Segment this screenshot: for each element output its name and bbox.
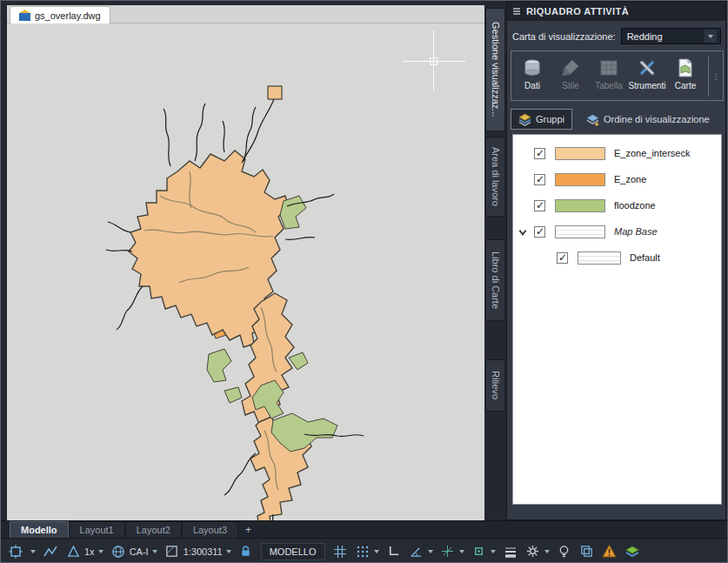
drawing-scale-control[interactable]: 1:300311 — [164, 544, 231, 560]
chevron-down-icon — [374, 550, 379, 553]
database-icon — [522, 57, 543, 78]
lineweight-icon[interactable] — [503, 544, 518, 560]
layout-tab-layout3[interactable]: Layout3 — [182, 521, 238, 538]
chevron-down-icon[interactable] — [30, 550, 36, 553]
annotation-scale-control[interactable]: 1x — [65, 544, 104, 560]
toolbar-button-dati[interactable]: Dati — [513, 55, 551, 98]
toolbar-button-carte[interactable]: Carte — [666, 55, 705, 98]
layer-list: E_zone_interseck E_zone floodzone — [512, 134, 722, 505]
layer-swatch[interactable] — [555, 199, 605, 212]
space-toggle-button[interactable]: MODELLO — [261, 543, 325, 560]
snap-grid-icon — [355, 544, 371, 560]
layer-name[interactable]: E_zone — [614, 174, 646, 184]
document-tab[interactable]: gs_overlay.dwg — [10, 6, 110, 23]
add-layout-button[interactable]: + — [238, 521, 258, 538]
layout-tab-layout1[interactable]: Layout1 — [69, 521, 125, 538]
scale-lock-icon[interactable] — [238, 544, 254, 560]
isolate-objects-icon[interactable] — [557, 544, 572, 560]
toolbar-button-stile[interactable]: Stile — [551, 55, 590, 98]
toolbar-label: Carte — [675, 81, 696, 90]
side-tab-libro-di-carte[interactable]: Libro di Carte — [485, 239, 505, 321]
groups-layers-icon — [518, 113, 531, 126]
annotation-scale-label: 1x — [84, 546, 95, 557]
toolbar-label: Tabella — [595, 81, 623, 90]
grid-display-icon[interactable] — [332, 544, 348, 560]
layer-name[interactable]: E_zone_interseck — [614, 148, 690, 158]
task-pane-toolbar: Dati Stile Tabella — [511, 50, 724, 101]
layer-checkbox[interactable] — [557, 252, 568, 264]
table-icon — [598, 57, 619, 78]
toolbar-separator — [708, 57, 709, 97]
snap-mode-control[interactable] — [355, 544, 379, 560]
toolbar-label: Dati — [524, 81, 540, 90]
chevron-down-icon — [459, 550, 464, 553]
task-pane: RIQUADRO ATTIVITÀ Carta di visualizzazio… — [506, 1, 726, 520]
layer-name[interactable]: Default — [630, 252, 660, 263]
display-map-dropdown[interactable]: Redding — [621, 28, 721, 44]
workspace-control[interactable] — [525, 544, 550, 560]
panel-menu-icon[interactable] — [512, 7, 521, 16]
layer-checkbox[interactable] — [534, 148, 545, 159]
toolbar-label: Stile — [562, 81, 578, 90]
side-tab-label: Rilievo — [491, 371, 501, 399]
side-tab-rilievo[interactable]: Rilievo — [485, 359, 505, 412]
polar-tracking-control[interactable] — [409, 544, 433, 560]
object-snap-control[interactable] — [471, 544, 496, 560]
object-snap-icon — [471, 544, 487, 560]
tools-icon — [637, 57, 658, 78]
toolbar-button-tabella[interactable]: Tabella — [590, 55, 628, 98]
chevron-down-icon — [98, 550, 104, 553]
toolbar-label: Strumenti — [629, 81, 666, 90]
layer-name[interactable]: floodzone — [614, 200, 656, 211]
object-snap-tracking-control[interactable] — [440, 544, 464, 560]
drawing-canvas[interactable] — [7, 23, 484, 520]
layer-row-e-zone: E_zone — [513, 168, 721, 192]
side-tab-label: Gestione visualizzaz... — [491, 22, 501, 117]
layout-tab-layout2[interactable]: Layout2 — [125, 521, 182, 538]
dynamic-input-icon[interactable] — [43, 544, 58, 560]
side-tab-label: Libro di Carte — [491, 251, 501, 309]
layer-checkbox[interactable] — [534, 174, 545, 185]
dwg-file-icon — [19, 10, 30, 21]
chevron-down-icon[interactable] — [518, 227, 530, 239]
coordinate-system-control[interactable]: CA-I — [110, 544, 157, 560]
tab-ordine-di-visualizzazione[interactable]: Ordine di visualizzazione — [579, 109, 717, 130]
annotation-warning-icon[interactable] — [602, 544, 618, 560]
layout-tab-label: Layout2 — [137, 525, 170, 535]
chevron-down-icon — [428, 550, 433, 553]
coordinate-system-label: CA-I — [130, 546, 149, 557]
crosshair-pickbox — [430, 57, 437, 65]
ortho-mode-icon[interactable] — [386, 544, 402, 560]
display-map-label: Carta di visualizzazione: — [512, 31, 616, 42]
tab-gruppi[interactable]: Gruppi — [511, 109, 572, 130]
autosnap-marker-icon[interactable] — [8, 544, 23, 560]
brush-icon — [560, 57, 581, 78]
status-bar: 1x CA-I 1:300311 MODELLO — [1, 538, 728, 563]
document-tab-bar: gs_overlay.dwg — [7, 5, 484, 23]
toolbar-overflow-handle[interactable]: ⋮ — [711, 55, 721, 98]
display-map-value: Redding — [627, 31, 663, 42]
layer-row-map-base: Map Base — [513, 220, 721, 245]
layer-name[interactable]: Map Base — [614, 226, 658, 237]
layout-tab-modello[interactable]: Modello — [10, 521, 69, 538]
layer-checkbox[interactable] — [534, 200, 545, 211]
layer-checkbox[interactable] — [534, 226, 545, 238]
dropdown-button[interactable] — [705, 30, 717, 43]
draw-order-icon — [586, 113, 599, 126]
layer-swatch[interactable] — [578, 251, 621, 265]
side-tab-area-di-lavoro[interactable]: Area di lavoro — [485, 137, 505, 217]
tab-label: Gruppi — [536, 114, 564, 124]
layer-swatch[interactable] — [555, 225, 605, 238]
selection-cycling-icon[interactable] — [579, 544, 595, 560]
toolbar-button-strumenti[interactable]: Strumenti — [628, 55, 666, 98]
gear-icon — [525, 544, 541, 560]
scale-sheet-icon — [164, 544, 180, 560]
side-tab-gestione-visualizzazione[interactable]: Gestione visualizzaz... — [485, 8, 505, 131]
polar-tracking-icon — [409, 544, 424, 560]
layer-swatch[interactable] — [555, 147, 605, 160]
display-map-selector-row: Carta di visualizzazione: Redding — [512, 28, 721, 44]
geolocation-layers-icon[interactable] — [624, 544, 640, 560]
side-tab-label: Area di lavoro — [491, 147, 501, 206]
task-pane-side-tabs: Gestione visualizzaz... Area di lavoro L… — [484, 1, 506, 520]
layer-swatch[interactable] — [555, 173, 605, 186]
